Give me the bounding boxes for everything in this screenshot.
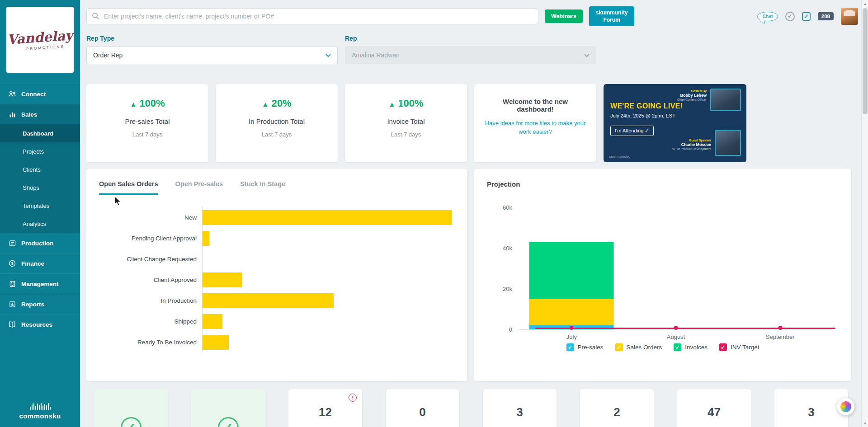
- scrollbar-up-arrow[interactable]: ▲: [862, 0, 868, 7]
- bar-label: New: [99, 214, 202, 221]
- summary-value: 3: [483, 405, 557, 419]
- sidebar-item-sales[interactable]: Sales: [0, 104, 80, 124]
- webinars-button[interactable]: Webinars: [545, 9, 583, 23]
- sales-chart-icon: [8, 110, 16, 118]
- notification-count-badge[interactable]: 208: [818, 12, 834, 20]
- chevron-down-icon: [326, 52, 331, 59]
- bar-row-pending-client-approval: Pending Client Approval: [99, 228, 454, 249]
- kpi-title: Invoice Total: [345, 117, 467, 125]
- kpi-card-pre-sales-total: ▲100%Pre-sales TotalLast 7 days: [86, 84, 208, 162]
- im-attending-button[interactable]: I'm Attending ✓: [610, 126, 654, 136]
- host-photo: [710, 89, 741, 111]
- sidebar-item-reports[interactable]: Reports: [0, 294, 80, 314]
- summary-card-complete[interactable]: ✓: [191, 389, 265, 427]
- alert-icon: !: [349, 394, 357, 402]
- bar[interactable]: [203, 335, 229, 350]
- webinar-banner[interactable]: WE'RE GOING LIVE! July 24th, 2025 @ 2p.m…: [604, 84, 746, 162]
- summary-value: 12: [288, 405, 362, 419]
- legend-toggle-inv-target[interactable]: ✓INV Target: [719, 343, 760, 351]
- projection-title: Projection: [487, 180, 839, 188]
- legend-toggle-sales-orders[interactable]: ✓Sales Orders: [615, 343, 662, 351]
- bar[interactable]: [203, 293, 334, 308]
- sidebar-item-finance[interactable]: $Finance: [0, 253, 80, 273]
- guest-info: Guest Speaker Charlie Moscoe VP of Produ…: [672, 139, 711, 150]
- sidebar-item-analytics[interactable]: Analytics: [0, 215, 80, 233]
- summary-card-sales-orders-6[interactable]: 47Sales Orders: [677, 389, 751, 427]
- bar-row-new: New: [99, 207, 454, 228]
- scrollbar-down-arrow[interactable]: ▼: [862, 420, 868, 427]
- bar-label: Client Approved: [99, 277, 202, 283]
- kpi-delta: ▲100%: [86, 98, 208, 109]
- y-axis-tick: 0: [509, 326, 512, 333]
- summary-card-proofs-4[interactable]: 3Proofs: [483, 389, 557, 427]
- sidebar-item-projects[interactable]: Projects: [0, 142, 80, 160]
- rep-type-select[interactable]: Order Rep: [86, 46, 338, 64]
- stacked-bar-july[interactable]: [529, 242, 614, 330]
- scrollbar-thumb[interactable]: [863, 8, 868, 114]
- welcome-feedback-link[interactable]: Have ideas for more tiles to make your w…: [484, 119, 586, 136]
- summary-card-sales-orders-3[interactable]: 0Sales Orders: [386, 389, 459, 427]
- app-root: Vandelay PROMOTIONS ConnectSalesDashboar…: [0, 0, 868, 427]
- chevron-down-icon: [584, 52, 590, 59]
- bar-row-in-production: In Production: [99, 290, 454, 311]
- legend-toggle-pre-sales[interactable]: ✓Pre-sales: [566, 343, 604, 351]
- legend-label: Invoices: [685, 344, 708, 351]
- skummunity-forum-button[interactable]: skummunity Forum: [589, 6, 634, 26]
- search-box: [86, 8, 538, 24]
- sidebar-item-management[interactable]: Management: [0, 273, 80, 294]
- welcome-card: Welcome to the new dashboard! Have ideas…: [474, 84, 596, 162]
- y-axis-tick: 60k: [503, 204, 512, 211]
- segment-sales-orders: [529, 299, 614, 326]
- bar-label: In Production: [99, 297, 202, 304]
- chat-launcher-button[interactable]: [837, 398, 854, 415]
- bar-row-client-change-requested: Client Change Requested: [99, 249, 454, 269]
- sidebar-item-resources[interactable]: Resources: [0, 314, 80, 334]
- production-icon: [8, 239, 16, 247]
- sidebar-item-dashboard[interactable]: Dashboard: [0, 124, 80, 142]
- sidebar-item-shops[interactable]: Shops: [0, 178, 80, 197]
- search-input[interactable]: [86, 8, 538, 24]
- sidebar-item-connect[interactable]: Connect: [0, 84, 80, 104]
- svg-text:$: $: [11, 261, 13, 266]
- summary-card-sales-orders-2[interactable]: !12Sales Orders: [288, 389, 362, 427]
- company-logo[interactable]: Vandelay PROMOTIONS: [6, 7, 74, 73]
- people-icon: [8, 90, 16, 98]
- summary-value: 0: [386, 405, 459, 419]
- tab-open-pre-sales[interactable]: Open Pre-sales: [175, 180, 223, 195]
- bar-label: Pending Client Approval: [99, 235, 202, 242]
- open-sales-orders-chart: NewPending Client ApprovalClient Change …: [99, 207, 454, 352]
- open-sales-orders-panel: Open Sales OrdersOpen Pre-salesStuck In …: [86, 169, 467, 381]
- rep-select[interactable]: Amalina Radwan: [345, 46, 596, 64]
- sidebar-item-templates[interactable]: Templates: [0, 197, 80, 215]
- sidebar-item-label: Reports: [21, 301, 44, 308]
- sidebar-nav: ConnectSalesDashboardProjectsClientsShop…: [0, 84, 80, 334]
- host-info: Hosted By Bobby Lehew Chief Content Offi…: [677, 89, 707, 101]
- bar[interactable]: [203, 272, 242, 287]
- bar-label: Shipped: [99, 318, 202, 325]
- tab-open-sales-orders[interactable]: Open Sales Orders: [99, 180, 158, 195]
- dashboard-panels: Open Sales OrdersOpen Pre-salesStuck In …: [86, 169, 858, 381]
- tab-stuck-in-stage[interactable]: Stuck In Stage: [240, 180, 285, 195]
- legend-checkbox-icon: ✓: [566, 343, 574, 351]
- sidebar-item-production[interactable]: Production: [0, 233, 80, 253]
- summary-card-sales-orders-5[interactable]: 2Sales Orders: [580, 389, 654, 427]
- sidebar-item-label: Production: [21, 240, 53, 247]
- page-scrollbar[interactable]: ▲ ▼: [861, 0, 868, 427]
- summary-card-complete[interactable]: ✓: [94, 389, 168, 427]
- commonsku-logo-bars: [0, 403, 80, 410]
- bar[interactable]: [203, 314, 222, 329]
- sidebar-item-label: Management: [21, 281, 59, 287]
- user-avatar[interactable]: [841, 8, 858, 25]
- bar[interactable]: [203, 210, 452, 225]
- sidebar-item-clients[interactable]: Clients: [0, 160, 80, 178]
- finance-icon: $: [8, 259, 16, 267]
- legend-toggle-invoices[interactable]: ✓Invoices: [674, 343, 708, 351]
- commonsku-logo-text: commonsku: [0, 412, 80, 420]
- rep-type-label: Rep Type: [86, 35, 338, 42]
- chat-button[interactable]: Chat: [757, 12, 778, 21]
- status-circle-icon[interactable]: ✓: [785, 12, 795, 21]
- summary-cards-row: ✓✓!12Sales Orders0Sales Orders3Proofs2Sa…: [86, 389, 858, 427]
- check-circle-icon: ✓: [218, 417, 239, 427]
- tasks-checkbox-icon[interactable]: ✓: [802, 12, 811, 21]
- bar[interactable]: [203, 231, 209, 246]
